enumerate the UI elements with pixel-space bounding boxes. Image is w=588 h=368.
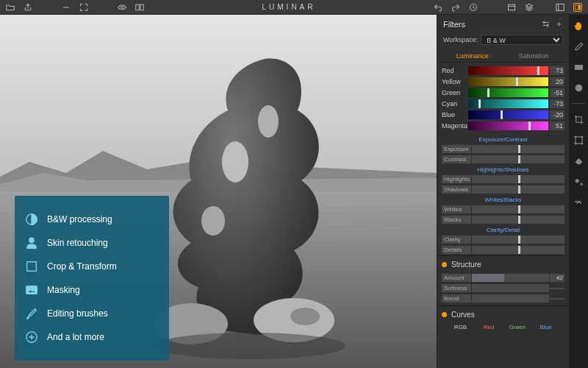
slider-softness[interactable]: Softness: [442, 283, 564, 293]
svg-point-16: [154, 333, 345, 359]
svg-rect-24: [576, 137, 582, 144]
slider-track[interactable]: [472, 294, 549, 302]
slider-track[interactable]: [472, 155, 564, 163]
tab-saturation[interactable]: Saturation: [503, 50, 565, 62]
slider-label: Whites: [442, 205, 471, 213]
curves-tab-rgb[interactable]: RGB: [446, 322, 475, 332]
svg-point-23: [576, 85, 582, 91]
slider-track[interactable]: [472, 175, 564, 183]
workspace-select[interactable]: B & W: [481, 35, 563, 45]
mask-icon: [25, 283, 38, 297]
svg-point-0: [121, 6, 123, 8]
slider-label: Shadows: [442, 185, 471, 194]
svg-point-25: [574, 135, 576, 137]
export-icon[interactable]: [24, 3, 32, 12]
image-canvas[interactable]: B&W processing Skin retouching Crop & Tr…: [0, 15, 437, 368]
slider-track[interactable]: [472, 185, 564, 194]
panel-left-icon[interactable]: [556, 3, 564, 12]
slider-label: Yellow: [442, 78, 468, 85]
svg-rect-5: [556, 4, 564, 10]
curves-tab-red[interactable]: Red: [475, 322, 503, 332]
slider-track[interactable]: [472, 284, 549, 292]
brush-icon: [25, 307, 38, 320]
svg-point-28: [581, 142, 582, 144]
transform-tool[interactable]: [572, 133, 585, 146]
tab-luminance[interactable]: Luminance: [442, 50, 503, 62]
slider-label: Cyan: [442, 100, 468, 107]
filters-panel: Filters ⇆ ＋ Workspace: B & W Luminance S…: [437, 15, 569, 368]
color-slider-magenta[interactable]: Magenta51: [442, 121, 564, 131]
structure-title: Structure: [451, 261, 481, 269]
radial-tool[interactable]: [572, 81, 585, 94]
slider-details[interactable]: Details: [442, 245, 564, 255]
slider-value: [550, 288, 564, 289]
slider-track[interactable]: [472, 205, 564, 213]
erase-tool[interactable]: [572, 154, 585, 167]
eye-icon[interactable]: [118, 3, 126, 12]
slider-exposure[interactable]: Exposure: [442, 144, 564, 154]
slider-track[interactable]: [472, 274, 549, 282]
denoise-tool[interactable]: [572, 195, 585, 208]
slider-boost[interactable]: Boost: [442, 294, 564, 303]
compare-icon[interactable]: [135, 3, 144, 12]
enabled-dot-icon[interactable]: [442, 312, 447, 317]
add-filter-icon[interactable]: ＋: [555, 18, 563, 29]
brush-tool[interactable]: [572, 40, 585, 53]
slider-clarity[interactable]: Clarity: [442, 235, 564, 244]
clone-tool[interactable]: [572, 174, 585, 188]
slider-shadows[interactable]: Shadows: [442, 185, 564, 194]
slider-track[interactable]: [468, 88, 548, 97]
history-icon[interactable]: [469, 3, 478, 12]
group-label: Whites/Blacks: [437, 195, 569, 205]
curves-tab-blue[interactable]: Blue: [531, 322, 560, 332]
group-label: Highlights/Shadows: [437, 165, 569, 174]
gradient-tool[interactable]: [572, 60, 585, 74]
group-label: Exposure/Contrast: [437, 135, 569, 144]
slider-track[interactable]: [472, 236, 564, 244]
slider-contrast[interactable]: Contrast: [442, 155, 564, 164]
crop-tool[interactable]: [572, 113, 585, 126]
undo-icon[interactable]: [434, 3, 442, 12]
panel-right-icon[interactable]: [573, 3, 582, 12]
folder-icon[interactable]: [6, 3, 15, 12]
slider-track[interactable]: [472, 246, 564, 254]
svg-rect-19: [27, 262, 37, 272]
hand-tool[interactable]: [572, 19, 585, 32]
slider-label: Contrast: [442, 155, 471, 163]
fit-icon[interactable]: [79, 3, 88, 12]
slider-track[interactable]: [472, 145, 564, 153]
slider-blacks[interactable]: Blacks: [442, 215, 564, 224]
color-slider-green[interactable]: Green-51: [442, 88, 564, 98]
slider-amount[interactable]: Amount42: [442, 273, 564, 283]
slider-value: -73: [550, 99, 564, 108]
slider-track[interactable]: [468, 110, 548, 119]
slider-track[interactable]: [468, 121, 548, 130]
slider-whites[interactable]: Whites: [442, 205, 564, 214]
slider-track[interactable]: [472, 216, 564, 224]
slider-value: 73: [550, 66, 564, 75]
slider-track[interactable]: [468, 99, 548, 108]
color-slider-yellow[interactable]: Yellow20: [442, 77, 564, 87]
slider-track[interactable]: [468, 77, 548, 86]
slider-label: Blue: [442, 111, 468, 118]
feature-label: Masking: [47, 285, 80, 295]
filter-settings-icon[interactable]: ⇆: [542, 19, 549, 29]
slider-value: [550, 298, 564, 300]
app-title: LUMINAR: [262, 3, 315, 11]
feature-label: Crop & Transform: [47, 261, 117, 272]
slider-label: Green: [442, 89, 468, 96]
slider-highlights[interactable]: Highlights: [442, 174, 564, 184]
layers-icon[interactable]: [525, 3, 534, 12]
presets-icon[interactable]: [507, 3, 516, 12]
color-slider-red[interactable]: Red73: [442, 66, 564, 76]
curves-title: Curves: [451, 311, 475, 319]
curves-tab-green[interactable]: Green: [503, 322, 532, 332]
minus-icon[interactable]: [62, 3, 71, 12]
redo-icon[interactable]: [451, 3, 460, 12]
color-slider-blue[interactable]: Blue-20: [442, 110, 564, 120]
slider-track[interactable]: [468, 66, 548, 75]
plus-circle-icon: [25, 330, 38, 344]
section-curves: Curves RGB Red Green Blue: [437, 305, 569, 333]
color-slider-cyan[interactable]: Cyan-73: [442, 99, 564, 109]
enabled-dot-icon[interactable]: [442, 262, 447, 267]
